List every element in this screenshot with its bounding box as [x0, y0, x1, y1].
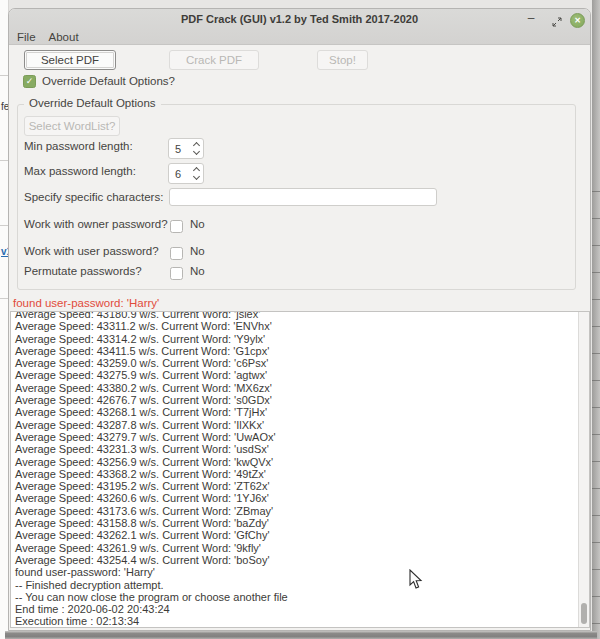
chevron-down-icon: [193, 148, 200, 155]
max-length-label: Max password length:: [24, 165, 136, 177]
log-line: Execution time : 02:13:34: [15, 615, 575, 627]
specific-chars-label: Specify specific characters:: [24, 191, 163, 203]
log-line: Average Speed: 43262.1 w/s. Current Word…: [15, 529, 575, 541]
permutate-label: Permutate passwords?: [24, 265, 142, 277]
log-line: Average Speed: 43195.2 w/s. Current Word…: [15, 480, 575, 492]
log-line: Average Speed: 43261.9 w/s. Current Word…: [15, 542, 575, 554]
log-line: Average Speed: 43279.7 w/s. Current Word…: [15, 431, 575, 443]
group-title: Override Default Options: [24, 97, 161, 109]
override-options-label: Override Default Options?: [42, 75, 175, 87]
owner-password-label: Work with owner password?: [24, 218, 168, 230]
spin-down-button[interactable]: [190, 174, 203, 184]
override-options-checkbox[interactable]: ✓: [23, 75, 36, 88]
log-line: Average Speed: 42676.7 w/s. Current Word…: [15, 394, 575, 406]
background-row-lines: [592, 165, 600, 635]
specific-chars-input[interactable]: [169, 188, 437, 206]
checkmark-icon: ✓: [26, 76, 34, 86]
restore-icon: [552, 17, 562, 27]
log-line: Average Speed: 43368.2 w/s. Current Word…: [15, 468, 575, 480]
log-output[interactable]: Average Speed: 43180.9 w/s. Current Word…: [10, 311, 590, 628]
menubar: File About: [9, 31, 81, 45]
stop-button[interactable]: Stop!: [317, 50, 368, 70]
mouse-cursor: [409, 569, 423, 590]
override-options-group: Override Default Options Select WordList…: [17, 104, 576, 290]
log-line: Average Speed: 43311.2 w/s. Current Word…: [15, 320, 575, 332]
permutate-value: No: [190, 265, 205, 277]
max-length-spinner[interactable]: 6: [168, 163, 204, 184]
spinner-buttons: [190, 139, 203, 158]
log-line: End time : 2020-06-02 20:43:24: [15, 603, 575, 615]
log-line: found user-password: 'Harry': [15, 566, 575, 578]
restore-button[interactable]: [549, 14, 565, 30]
window-title: PDF Crack (GUI) v1.2 by Ted Smith 2017-2…: [9, 13, 590, 25]
log-line: Average Speed: 43180.9 w/s. Current Word…: [15, 311, 575, 320]
owner-password-value: No: [190, 218, 205, 230]
pdf-crack-window: PDF Crack (GUI) v1.2 by Ted Smith 2017-2…: [8, 8, 591, 631]
user-password-value: No: [190, 245, 205, 257]
permutate-checkbox[interactable]: [170, 267, 183, 280]
user-password-label: Work with user password?: [24, 245, 159, 257]
scrollbar-thumb[interactable]: [581, 603, 587, 624]
spin-down-button[interactable]: [190, 149, 203, 159]
close-icon: ✕: [574, 17, 581, 25]
select-wordlist-button[interactable]: Select WordList?: [24, 116, 120, 136]
log-lines: Average Speed: 43180.9 w/s. Current Word…: [15, 311, 575, 628]
window-shadow: [5, 631, 597, 639]
log-line: Average Speed: 43254.4 w/s. Current Word…: [15, 554, 575, 566]
log-line: Average Speed: 43259.0 w/s. Current Word…: [15, 357, 575, 369]
log-line: Average Speed: 43260.6 w/s. Current Word…: [15, 492, 575, 504]
log-line: -- You can now close the program or choo…: [15, 591, 575, 603]
min-length-value: 5: [169, 139, 190, 158]
minimize-button[interactable]: –: [523, 10, 539, 26]
log-scrollbar[interactable]: [578, 312, 589, 627]
log-line: Average Speed: 43380.2 w/s. Current Word…: [15, 382, 575, 394]
log-line: Average Speed: 43231.3 w/s. Current Word…: [15, 443, 575, 455]
owner-password-checkbox[interactable]: [170, 220, 183, 233]
close-button[interactable]: ✕: [570, 13, 585, 28]
background-window-right: [592, 0, 600, 639]
max-length-value: 6: [169, 164, 190, 183]
log-line: -- Finished decryption attempt.: [15, 579, 575, 591]
log-line: Average Speed: 43256.9 w/s. Current Word…: [15, 456, 575, 468]
min-length-spinner[interactable]: 5: [168, 138, 204, 159]
log-line: Average Speed: 43411.5 w/s. Current Word…: [15, 345, 575, 357]
titlebar[interactable]: PDF Crack (GUI) v1.2 by Ted Smith 2017-2…: [9, 9, 590, 45]
spinner-buttons: [190, 164, 203, 183]
found-password-status: found user-password: 'Harry': [13, 297, 159, 309]
log-line: Average Speed: 43268.1 w/s. Current Word…: [15, 406, 575, 418]
crack-pdf-button[interactable]: Crack PDF: [169, 50, 259, 70]
user-password-checkbox[interactable]: [170, 247, 183, 260]
chevron-down-icon: [193, 173, 200, 180]
log-line: Average Speed: 43173.6 w/s. Current Word…: [15, 505, 575, 517]
log-line: Average Speed: 43314.2 w/s. Current Word…: [15, 333, 575, 345]
min-length-label: Min password length:: [24, 140, 133, 152]
menu-file[interactable]: File: [15, 31, 38, 45]
minimize-icon: –: [528, 11, 535, 25]
log-line: Average Speed: 43158.8 w/s. Current Word…: [15, 517, 575, 529]
select-pdf-button[interactable]: Select PDF: [24, 50, 116, 70]
log-line: Average Speed: 43275.9 w/s. Current Word…: [15, 369, 575, 381]
log-line: Average Speed: 43287.8 w/s. Current Word…: [15, 419, 575, 431]
menu-about[interactable]: About: [47, 31, 81, 45]
